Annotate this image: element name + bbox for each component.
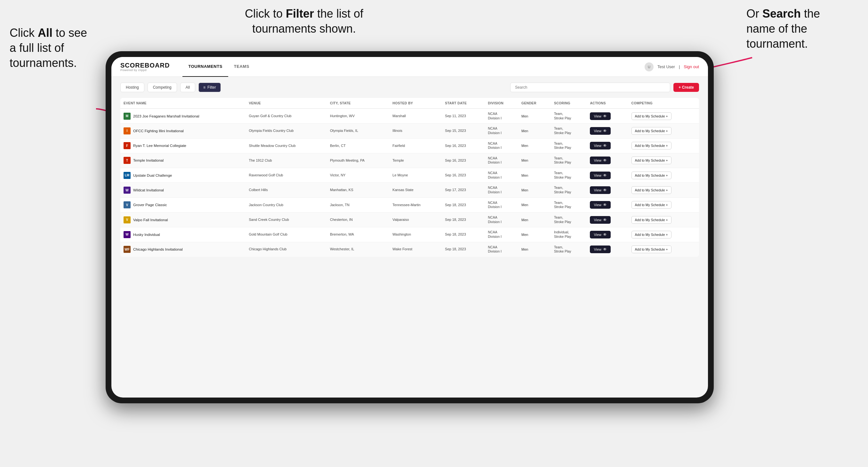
venue-cell-6: Jackson Country Club xyxy=(246,197,327,212)
actions-cell-1: View 👁 xyxy=(587,124,628,138)
gender-cell-0: Men xyxy=(518,108,551,124)
content-area: Hosting Competing All ≡ Filter + Create … xyxy=(112,77,708,398)
eye-icon-9: 👁 xyxy=(603,247,607,252)
hosted-cell-7: Valparaiso xyxy=(389,212,442,227)
add-schedule-btn-0[interactable]: Add to My Schedule + xyxy=(631,112,672,120)
eye-icon-5: 👁 xyxy=(603,188,607,192)
date-cell-2: Sep 16, 2023 xyxy=(442,138,485,153)
hosting-filter-btn[interactable]: Hosting xyxy=(120,83,144,92)
table-row: WF Chicago Highlands Invitational Chicag… xyxy=(120,242,699,257)
search-input[interactable] xyxy=(510,83,670,92)
event-name-8: Husky Individual xyxy=(133,233,160,237)
table-row: V Valpo Fall Invitational Sand Creek Cou… xyxy=(120,212,699,227)
team-logo-2: F xyxy=(124,142,131,149)
table-row: W Husky Individual Gold Mountain Golf Cl… xyxy=(120,227,699,242)
col-event-name: EVENT NAME xyxy=(120,98,246,108)
col-venue: VENUE xyxy=(246,98,327,108)
city-cell-9: Westchester, IL xyxy=(327,242,389,257)
eye-icon-0: 👁 xyxy=(603,114,607,118)
add-schedule-label-4: Add to My Schedule + xyxy=(635,174,668,177)
table-row: I OFCC Fighting Illini Invitational Olym… xyxy=(120,124,699,138)
add-schedule-btn-9[interactable]: Add to My Schedule + xyxy=(631,246,672,253)
date-cell-0: Sep 11, 2023 xyxy=(442,108,485,124)
date-cell-1: Sep 15, 2023 xyxy=(442,124,485,138)
view-btn-5[interactable]: View 👁 xyxy=(590,186,611,194)
event-name-4: Upstate Dual Challenge xyxy=(133,174,172,177)
view-btn-6[interactable]: View 👁 xyxy=(590,201,611,209)
competing-filter-btn[interactable]: Competing xyxy=(148,83,177,92)
gender-cell-6: Men xyxy=(518,197,551,212)
team-logo-1: I xyxy=(124,127,131,134)
table-row: M 2023 Joe Feaganes Marshall Invitationa… xyxy=(120,108,699,124)
division-cell-9: NCAADivision I xyxy=(485,242,519,257)
view-btn-8[interactable]: View 👁 xyxy=(590,231,611,239)
pipe-separator: | xyxy=(679,64,680,69)
gender-cell-4: Men xyxy=(518,168,551,183)
scoring-cell-2: Team,Stroke Play xyxy=(551,138,587,153)
signout-link[interactable]: Sign out xyxy=(684,64,699,69)
event-name-cell-2: F Ryan T. Lee Memorial Collegiate xyxy=(120,138,246,153)
venue-cell-5: Colbert Hills xyxy=(246,183,327,197)
view-btn-7[interactable]: View 👁 xyxy=(590,216,611,224)
add-schedule-label-7: Add to My Schedule + xyxy=(635,218,668,222)
actions-cell-3: View 👁 xyxy=(587,153,628,168)
nav-tab-tournaments[interactable]: TOURNAMENTS xyxy=(182,57,228,77)
view-label-5: View xyxy=(594,188,601,192)
table-row: F Ryan T. Lee Memorial Collegiate Shuttl… xyxy=(120,138,699,153)
user-label: Test User xyxy=(657,64,675,69)
actions-cell-2: View 👁 xyxy=(587,138,628,153)
add-schedule-btn-2[interactable]: Add to My Schedule + xyxy=(631,142,672,150)
date-cell-3: Sep 16, 2023 xyxy=(442,153,485,168)
event-name-1: OFCC Fighting Illini Invitational xyxy=(133,129,184,133)
add-schedule-label-0: Add to My Schedule + xyxy=(635,114,668,118)
add-schedule-btn-1[interactable]: Add to My Schedule + xyxy=(631,127,672,135)
scoring-cell-8: Individual,Stroke Play xyxy=(551,227,587,242)
view-label-3: View xyxy=(594,158,601,162)
event-name-9: Chicago Highlands Invitational xyxy=(133,247,183,251)
col-competing: COMPETING xyxy=(628,98,699,108)
view-btn-0[interactable]: View 👁 xyxy=(590,112,611,120)
view-label-4: View xyxy=(594,174,601,177)
eye-icon-2: 👁 xyxy=(603,144,607,148)
division-cell-5: NCAADivision I xyxy=(485,183,519,197)
eye-icon-4: 👁 xyxy=(603,173,607,178)
city-cell-8: Bremerton, WA xyxy=(327,227,389,242)
team-logo-7: V xyxy=(124,216,131,223)
create-btn[interactable]: + Create xyxy=(673,83,699,92)
add-schedule-btn-7[interactable]: Add to My Schedule + xyxy=(631,216,672,224)
competing-cell-3: Add to My Schedule + xyxy=(628,153,699,168)
event-name-cell-6: V Grover Page Classic xyxy=(120,197,246,212)
add-schedule-btn-6[interactable]: Add to My Schedule + xyxy=(631,201,672,209)
add-schedule-btn-8[interactable]: Add to My Schedule + xyxy=(631,231,672,239)
add-schedule-btn-4[interactable]: Add to My Schedule + xyxy=(631,172,672,179)
view-btn-9[interactable]: View 👁 xyxy=(590,246,611,253)
add-schedule-label-3: Add to My Schedule + xyxy=(635,158,668,162)
division-cell-6: NCAADivision I xyxy=(485,197,519,212)
scoring-cell-7: Team,Stroke Play xyxy=(551,212,587,227)
view-btn-1[interactable]: View 👁 xyxy=(590,127,611,135)
scoring-cell-3: Team,Stroke Play xyxy=(551,153,587,168)
division-cell-7: NCAADivision I xyxy=(485,212,519,227)
view-label-6: View xyxy=(594,203,601,207)
nav-tab-teams[interactable]: TEAMS xyxy=(228,57,255,77)
app-header: SCOREBOARD Powered by clippd TOURNAMENTS… xyxy=(112,57,708,77)
add-schedule-btn-5[interactable]: Add to My Schedule + xyxy=(631,186,672,194)
col-division: DIVISION xyxy=(485,98,519,108)
table-row: W Wildcat Invitational Colbert Hills Man… xyxy=(120,183,699,197)
view-btn-3[interactable]: View 👁 xyxy=(590,157,611,164)
all-filter-btn[interactable]: All xyxy=(180,83,195,92)
city-cell-3: Plymouth Meeting, PA xyxy=(327,153,389,168)
event-name-cell-3: T Temple Invitational xyxy=(120,153,246,168)
add-schedule-label-8: Add to My Schedule + xyxy=(635,233,668,237)
add-schedule-btn-3[interactable]: Add to My Schedule + xyxy=(631,157,672,164)
scoring-cell-6: Team,Stroke Play xyxy=(551,197,587,212)
filter-btn[interactable]: ≡ Filter xyxy=(198,83,221,92)
scoring-cell-5: Team,Stroke Play xyxy=(551,183,587,197)
actions-cell-4: View 👁 xyxy=(587,168,628,183)
logo-area: SCOREBOARD Powered by clippd xyxy=(120,62,169,72)
view-label-2: View xyxy=(594,144,601,148)
view-btn-2[interactable]: View 👁 xyxy=(590,142,611,150)
event-name-3: Temple Invitational xyxy=(133,158,163,162)
view-btn-4[interactable]: View 👁 xyxy=(590,172,611,179)
col-actions: ACTIONS xyxy=(587,98,628,108)
